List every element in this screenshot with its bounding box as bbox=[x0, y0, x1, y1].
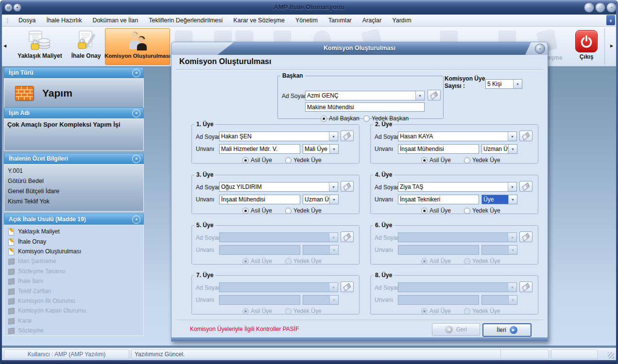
member-name-combo[interactable]: ▼ bbox=[398, 132, 517, 141]
member-name-combo[interactable]: ▼ bbox=[398, 232, 517, 242]
clear-button[interactable] bbox=[519, 131, 532, 141]
toolbar-item-yaklasik-maliyet[interactable]: Yaklaşık Maliyet bbox=[13, 28, 67, 64]
member-name-input[interactable] bbox=[220, 233, 329, 242]
yedek-uye-radio[interactable] bbox=[285, 258, 292, 265]
member-name-input[interactable] bbox=[220, 132, 329, 141]
chevron-down-icon[interactable]: ▼ bbox=[508, 195, 517, 204]
dialog-close-button[interactable]: × bbox=[535, 44, 545, 54]
member-unvan-input[interactable] bbox=[219, 144, 300, 154]
collapse-chevron-icon[interactable]: « bbox=[132, 215, 140, 224]
member-role-combo[interactable]: ▼ bbox=[303, 295, 339, 305]
member-role-combo[interactable]: Üye ▼ bbox=[481, 195, 517, 204]
chevron-down-icon[interactable]: ▼ bbox=[329, 283, 338, 292]
panel-header[interactable]: Açık İhale Usulü (Madde 19) « bbox=[4, 214, 144, 225]
maximize-button[interactable]: □ bbox=[595, 2, 605, 13]
minimize-button[interactable]: – bbox=[584, 2, 594, 13]
checklist-item[interactable]: ✎ İhale Onay bbox=[4, 236, 143, 246]
member-name-combo[interactable]: ▼ bbox=[398, 282, 517, 292]
yedek-uye-radio[interactable] bbox=[464, 208, 470, 214]
menu-tanimlar[interactable]: Tanımlar bbox=[323, 16, 357, 25]
toolbar-item-ihale-onay[interactable]: İhale Onay bbox=[68, 28, 104, 64]
yedek-uye-radio[interactable] bbox=[464, 308, 470, 314]
toolbar-item-cikis[interactable]: Çıkış bbox=[574, 30, 599, 60]
menu-dokuman-ve-ilan[interactable]: Doküman ve İlan bbox=[87, 16, 143, 25]
toolbar-item-komisyon-olusturulmasi[interactable]: Komisyon Oluşturulması bbox=[105, 28, 170, 65]
yedek-uye-radio[interactable] bbox=[464, 157, 470, 164]
collapse-chevron-icon[interactable]: « bbox=[132, 155, 140, 163]
clear-button[interactable] bbox=[519, 232, 532, 242]
menu-tekliflerin-degerlendirilmesi[interactable]: Tekliflerin Değerlendirilmesi bbox=[143, 16, 228, 25]
yedek-uye-radio[interactable] bbox=[464, 258, 470, 265]
asil-uye-radio[interactable] bbox=[242, 308, 249, 314]
panel-header[interactable]: İşin Adı « bbox=[4, 107, 144, 118]
member-name-combo[interactable]: ▼ bbox=[398, 182, 517, 192]
clear-button[interactable] bbox=[341, 181, 354, 192]
chevron-down-icon[interactable]: ▼ bbox=[508, 246, 517, 254]
member-name-combo[interactable]: ▼ bbox=[219, 132, 338, 141]
chevron-down-icon[interactable]: ▼ bbox=[329, 246, 338, 254]
chevron-down-icon[interactable]: ▼ bbox=[329, 145, 338, 153]
menu-yonetim[interactable]: Yönetim bbox=[290, 16, 323, 25]
panel-header[interactable]: İhalenin Özet Bilgileri « bbox=[4, 153, 144, 164]
member-name-combo[interactable]: ▼ bbox=[219, 182, 338, 192]
chevron-down-icon[interactable]: ▼ bbox=[508, 145, 517, 153]
chevron-down-icon[interactable]: ▼ bbox=[508, 296, 517, 304]
chevron-down-icon[interactable]: ▼ bbox=[329, 296, 338, 304]
member-name-combo[interactable]: ▼ bbox=[219, 232, 338, 242]
member-name-input[interactable] bbox=[398, 283, 508, 292]
yedek-uye-radio[interactable] bbox=[285, 157, 292, 164]
toolbar-options-button[interactable]: – ▾ bbox=[606, 15, 615, 25]
asil-uye-radio[interactable] bbox=[242, 258, 249, 265]
asil-uye-radio[interactable] bbox=[421, 208, 428, 214]
member-name-input[interactable] bbox=[220, 283, 329, 292]
member-unvan-input[interactable] bbox=[398, 195, 479, 204]
member-role-combo[interactable]: ▼ bbox=[481, 295, 517, 305]
yedek-uye-radio[interactable] bbox=[285, 308, 292, 314]
clear-button[interactable] bbox=[519, 181, 532, 192]
checklist-item[interactable]: ✎ Yaklaşık Maliyet bbox=[4, 227, 143, 236]
close-button[interactable]: × bbox=[606, 2, 617, 13]
member-role-combo[interactable]: ▼ bbox=[303, 245, 339, 255]
chevron-down-icon[interactable]: ▼ bbox=[329, 132, 338, 141]
toolbar-scroll-right-button[interactable]: ▶ bbox=[610, 44, 613, 48]
member-role-combo[interactable]: Mali Üye ▼ bbox=[303, 144, 339, 154]
member-name-combo[interactable]: ▼ bbox=[219, 282, 338, 292]
chevron-down-icon[interactable]: ▼ bbox=[508, 182, 516, 191]
clear-button[interactable] bbox=[341, 232, 354, 242]
asil-uye-radio[interactable] bbox=[421, 308, 428, 314]
member-role-combo[interactable]: Uzman Üye ▼ bbox=[481, 144, 517, 154]
member-unvan-input[interactable] bbox=[219, 245, 300, 255]
asil-uye-radio[interactable] bbox=[242, 208, 249, 214]
member-role-combo[interactable]: ▼ bbox=[481, 245, 517, 255]
member-unvan-input[interactable] bbox=[219, 195, 300, 204]
menu-araclar[interactable]: Araçlar bbox=[357, 16, 387, 25]
member-role-combo[interactable]: Uzman Üye ▼ bbox=[303, 195, 339, 204]
drag-grip-icon[interactable]: ⋮ bbox=[5, 17, 10, 24]
geri-button[interactable]: ◀ Geri bbox=[432, 323, 480, 336]
menu-yardim[interactable]: Yardım bbox=[387, 16, 416, 25]
resize-grip[interactable] bbox=[608, 352, 614, 359]
yedek-uye-radio[interactable] bbox=[285, 208, 292, 214]
checklist-item[interactable]: ✎ Komisyon Oluşturulması bbox=[4, 247, 143, 256]
member-unvan-input[interactable] bbox=[219, 295, 300, 305]
collapse-chevron-icon[interactable]: « bbox=[132, 69, 140, 77]
title-bar[interactable]: ▤ ▾ AMP İhale Otomasyonu – □ × bbox=[0, 0, 618, 15]
chevron-down-icon[interactable]: ▼ bbox=[508, 283, 516, 292]
menu-karar-ve-sozlesme[interactable]: Karar ve Sözleşme bbox=[228, 16, 290, 25]
menu-ihale-hazirlik[interactable]: İhale Hazırlık bbox=[41, 16, 87, 25]
chevron-down-icon[interactable]: ▼ bbox=[508, 233, 516, 242]
member-unvan-input[interactable] bbox=[398, 245, 479, 255]
member-name-input[interactable] bbox=[398, 132, 508, 141]
chevron-down-icon[interactable]: ▼ bbox=[329, 182, 338, 191]
chevron-down-icon[interactable]: ▼ bbox=[508, 132, 516, 141]
collapse-chevron-icon[interactable]: « bbox=[132, 109, 140, 117]
ileri-button[interactable]: İleri ▶ bbox=[482, 323, 532, 337]
chevron-down-icon[interactable]: ▼ bbox=[329, 233, 338, 242]
member-unvan-input[interactable] bbox=[398, 144, 479, 154]
clear-button[interactable] bbox=[519, 281, 532, 292]
member-name-input[interactable] bbox=[220, 182, 329, 191]
menu-dosya[interactable]: Dosya bbox=[13, 16, 41, 25]
asil-uye-radio[interactable] bbox=[421, 258, 428, 265]
asil-uye-radio[interactable] bbox=[242, 157, 249, 164]
chevron-down-icon[interactable]: ▼ bbox=[329, 195, 338, 204]
